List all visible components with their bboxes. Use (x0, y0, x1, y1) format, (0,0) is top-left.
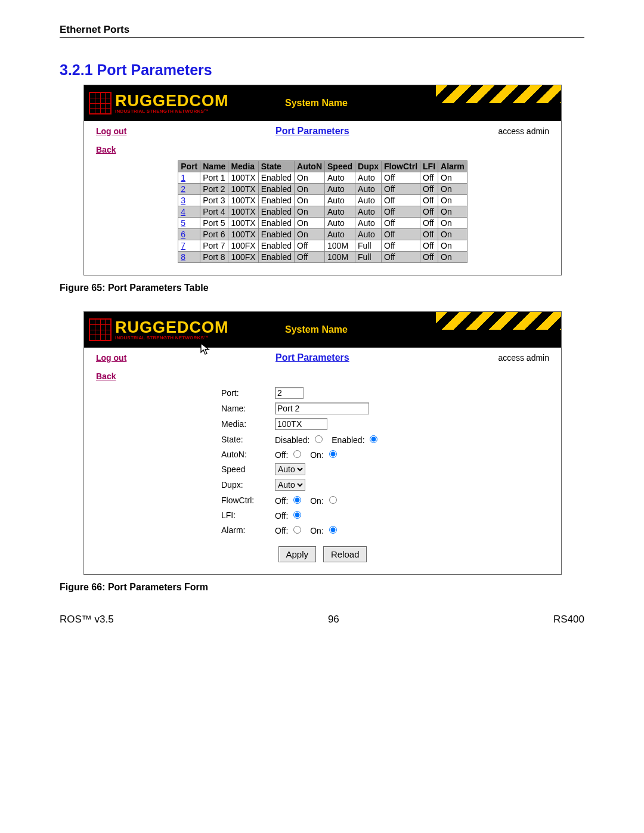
port-parameters-table: PortNameMediaStateAutoNSpeedDupxFlowCtrl… (178, 160, 467, 263)
logout-link[interactable]: Log out (96, 353, 126, 363)
cell: Off (420, 195, 438, 206)
label-off: Off: (275, 496, 288, 506)
cell: Off (295, 240, 325, 252)
cell: On (438, 240, 467, 252)
brand-name: RUGGEDCOM (115, 93, 229, 109)
label-name: Name: (221, 404, 275, 413)
reload-button[interactable]: Reload (323, 546, 367, 562)
label-off: Off: (275, 526, 288, 535)
cell: 100TX (228, 218, 258, 229)
cell: 100TX (228, 206, 258, 218)
col-alarm: Alarm (438, 161, 467, 172)
name-input[interactable] (275, 402, 369, 414)
cell: Off (420, 252, 438, 263)
figure-66-caption: Figure 66: Port Parameters Form (60, 582, 584, 593)
cell: 100M (325, 252, 355, 263)
label-media: Media: (221, 419, 275, 429)
back-link[interactable]: Back (96, 371, 116, 381)
access-level: access admin (498, 126, 549, 136)
cell: Auto (325, 218, 355, 229)
page-title: Port Parameters (275, 352, 349, 363)
cell: On (438, 184, 467, 195)
apply-button[interactable]: Apply (278, 546, 317, 562)
cell: 100TX (228, 229, 258, 240)
page-footer: ROS™ v3.5 96 RS400 (60, 614, 584, 625)
cell: Off (382, 240, 420, 252)
cell: Auto (325, 229, 355, 240)
cell: Off (382, 195, 420, 206)
alarm-off-radio[interactable] (293, 526, 301, 534)
flow-on-radio[interactable] (329, 496, 337, 504)
port-link[interactable]: 6 (181, 230, 185, 239)
cell: Off (382, 206, 420, 218)
brand-name: RUGGEDCOM (115, 320, 229, 336)
logo-text: RUGGEDCOM INDUSTRIAL STRENGTH NETWORKS™ (115, 93, 229, 114)
auton-off-radio[interactable] (293, 450, 301, 458)
figure-65-caption: Figure 65: Port Parameters Table (60, 283, 584, 293)
port-link[interactable]: 8 (181, 252, 185, 262)
cell: On (295, 184, 325, 195)
dupx-select[interactable]: Auto (275, 479, 305, 491)
hazard-stripe-icon (436, 312, 561, 330)
cell: 100TX (228, 195, 258, 206)
footer-right: RS400 (553, 614, 584, 625)
cell: Enabled (258, 240, 294, 252)
brand-tagline: INDUSTRIAL STRENGTH NETWORKS™ (115, 109, 229, 114)
cell: 100TX (228, 184, 258, 195)
hazard-stripe-icon (436, 85, 561, 103)
cell: Full (355, 240, 382, 252)
alarm-on-radio[interactable] (329, 526, 337, 534)
table-row: 3Port 3100TXEnabledOnAutoAutoOffOffOn (178, 195, 467, 206)
access-level: access admin (498, 353, 549, 363)
flow-off-radio[interactable] (293, 496, 301, 504)
port-input[interactable] (275, 387, 304, 399)
logout-link[interactable]: Log out (96, 126, 126, 136)
auton-on-radio[interactable] (329, 450, 337, 458)
col-port: Port (178, 161, 200, 172)
page-title: Port Parameters (275, 126, 349, 137)
section-heading: 3.2.1 Port Parameters (60, 61, 584, 79)
speed-select[interactable]: Auto (275, 463, 305, 475)
cell: 4 (178, 206, 200, 218)
cell: Port 5 (200, 218, 228, 229)
port-link[interactable]: 3 (181, 196, 185, 205)
running-header: Ethernet Ports (60, 24, 584, 38)
port-link[interactable]: 1 (181, 173, 185, 182)
port-link[interactable]: 4 (181, 207, 185, 216)
cell: Full (355, 252, 382, 263)
col-media: Media (228, 161, 258, 172)
figure-65-panel: RUGGEDCOM INDUSTRIAL STRENGTH NETWORKS™ … (83, 85, 562, 275)
cell: On (438, 218, 467, 229)
cell: Off (420, 206, 438, 218)
port-link[interactable]: 5 (181, 218, 185, 228)
cell: 100FX (228, 252, 258, 263)
state-disabled-radio[interactable] (315, 435, 323, 443)
label-off: Off: (275, 450, 288, 460)
col-lfi: LFI (420, 161, 438, 172)
cell: Off (382, 252, 420, 263)
cell: Enabled (258, 229, 294, 240)
cell: Enabled (258, 252, 294, 263)
label-port: Port: (221, 388, 275, 398)
lfi-off-radio[interactable] (293, 511, 301, 519)
cell: On (438, 195, 467, 206)
label-lfi: LFI: (221, 510, 275, 520)
port-link[interactable]: 2 (181, 184, 185, 194)
cell: 100M (325, 240, 355, 252)
cell: Auto (355, 229, 382, 240)
back-link[interactable]: Back (96, 145, 116, 154)
cell: 2 (178, 184, 200, 195)
cell: Enabled (258, 218, 294, 229)
port-link[interactable]: 7 (181, 241, 185, 250)
cell: On (438, 172, 467, 184)
label-on: On: (310, 450, 324, 460)
table-row: 8Port 8100FXEnabledOff100MFullOffOffOn (178, 252, 467, 263)
cell: Port 7 (200, 240, 228, 252)
state-enabled-radio[interactable] (370, 435, 377, 443)
cell: Port 4 (200, 206, 228, 218)
media-input[interactable] (275, 418, 327, 430)
cell: 100FX (228, 240, 258, 252)
table-row: 4Port 4100TXEnabledOnAutoAutoOffOffOn (178, 206, 467, 218)
cell: Enabled (258, 172, 294, 184)
cell: On (438, 229, 467, 240)
